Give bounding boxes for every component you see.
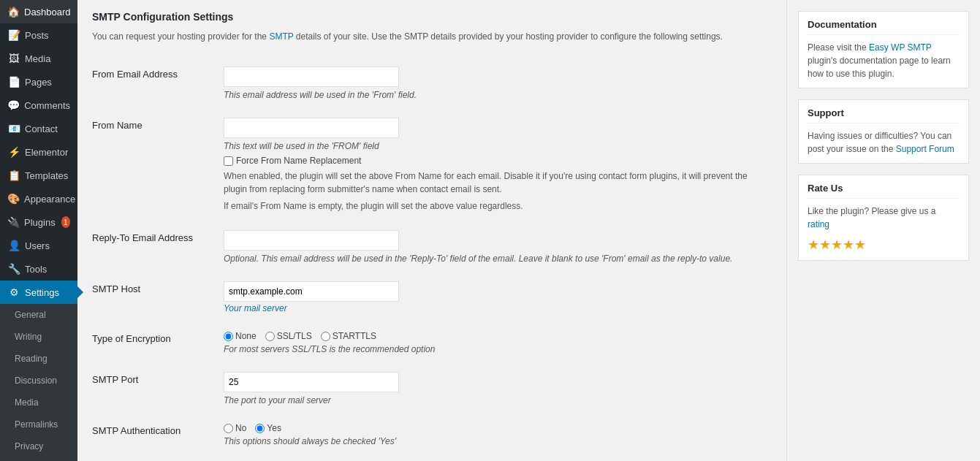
smtp-link[interactable]: SMTP — [269, 31, 293, 42]
sidebar-item-label: Templates — [25, 170, 68, 181]
rating-stars[interactable]: ★★★★★ — [808, 237, 960, 253]
smtp-form-table: From Email Address This email address wi… — [92, 58, 772, 461]
desc-smtp-host: Your mail server — [224, 303, 772, 313]
input-smtp-port[interactable] — [224, 372, 399, 392]
widget-rate-us-title: Rate Us — [808, 183, 960, 199]
row-smtp-port: SMTP Port The port to your mail server — [92, 363, 772, 414]
sidebar-item-settings[interactable]: ⚙ Settings — [0, 281, 77, 304]
submenu-item-reading[interactable]: Reading — [0, 348, 77, 370]
sidebar-item-comments[interactable]: 💬 Comments — [0, 94, 77, 117]
encryption-ssl-label[interactable]: SSL/TLS — [265, 331, 312, 341]
auth-yes-label[interactable]: Yes — [255, 423, 281, 433]
submenu-item-discussion[interactable]: Discussion — [0, 370, 77, 392]
submenu-item-media[interactable]: Media — [0, 392, 77, 414]
sidebar-item-label: Users — [25, 240, 50, 251]
sidebar-item-tools[interactable]: 🔧 Tools — [0, 257, 77, 281]
widget-documentation: Documentation Please visit the Easy WP S… — [798, 11, 969, 88]
submenu-label: Writing — [15, 332, 42, 342]
appearance-icon: 🎨 — [7, 193, 20, 205]
submenu-item-general[interactable]: General — [0, 304, 77, 326]
plugins-badge: 1 — [61, 216, 70, 228]
desc-smtp-auth: This options should always be checked 'Y… — [224, 436, 772, 446]
cell-reply-to: Optional. This email address will be use… — [224, 221, 772, 273]
sidebar-item-posts[interactable]: 📝 Posts — [0, 23, 77, 47]
encryption-none-radio[interactable] — [224, 332, 233, 341]
sidebar-item-appearance[interactable]: 🎨 Appearance — [0, 187, 77, 210]
encryption-none-label[interactable]: None — [224, 331, 257, 341]
auth-radio-group: No Yes — [224, 423, 772, 433]
label-encryption: Type of Encryption — [92, 322, 224, 363]
sidebar-item-dashboard[interactable]: 🏠 Dashboard — [0, 0, 77, 23]
input-reply-to[interactable] — [224, 230, 399, 251]
sidebar-item-media[interactable]: 🖼 Media — [0, 47, 77, 70]
sidebar-item-label: Contact — [25, 123, 58, 134]
sidebar-item-templates[interactable]: 📋 Templates — [0, 164, 77, 187]
sidebar-item-label: Appearance — [24, 194, 75, 205]
cell-from-name: This text will be used in the 'FROM' fie… — [224, 109, 772, 221]
tools-icon: 🔧 — [7, 263, 20, 275]
label-from-email: From Email Address — [92, 58, 224, 109]
desc-reply-to: Optional. This email address will be use… — [224, 254, 772, 264]
row-from-name: From Name This text will be used in the … — [92, 109, 772, 221]
page-title: SMTP Configuration Settings — [92, 11, 772, 23]
label-reply-to: Reply-To Email Address — [92, 221, 224, 273]
contact-icon: 📧 — [7, 123, 20, 134]
auth-yes-radio[interactable] — [255, 424, 265, 433]
widget-support: Support Having issues or difficulties? Y… — [798, 99, 969, 164]
submenu-label: Privacy — [15, 441, 43, 452]
encryption-ssl-radio[interactable] — [265, 332, 275, 341]
label-smtp-port: SMTP Port — [92, 363, 224, 414]
users-icon: 👤 — [7, 240, 20, 251]
cell-smtp-port: The port to your mail server — [224, 363, 772, 414]
support-forum-link[interactable]: Support Forum — [896, 144, 954, 154]
label-smtp-username: SMTP Username — [92, 455, 224, 461]
input-smtp-host[interactable] — [224, 281, 399, 302]
submenu-item-permalinks[interactable]: Permalinks — [0, 414, 77, 435]
auth-no-radio[interactable] — [224, 424, 233, 433]
widget-documentation-title: Documentation — [808, 19, 960, 35]
submenu-label: General — [15, 310, 46, 320]
desc-smtp-port: The port to your mail server — [224, 395, 772, 405]
encryption-ssl-text: SSL/TLS — [277, 331, 312, 341]
input-from-email[interactable] — [224, 66, 399, 87]
sidebar-item-label: Plugins — [24, 217, 56, 228]
sidebar-item-label: Comments — [24, 100, 70, 111]
sidebar-item-label: Dashboard — [24, 7, 71, 18]
encryption-starttls-label[interactable]: STARTTLS — [321, 331, 376, 341]
cell-smtp-host: Your mail server — [224, 273, 772, 322]
sidebar: 🏠 Dashboard 📝 Posts 🖼 Media 📄 Pages 💬 Co… — [0, 0, 77, 461]
rating-link[interactable]: rating — [808, 219, 829, 229]
desc-encryption: For most servers SSL/TLS is the recommen… — [224, 344, 772, 354]
submenu-item-privacy[interactable]: Privacy — [0, 435, 77, 457]
pages-icon: 📄 — [7, 76, 20, 88]
submenu-item-writing[interactable]: Writing — [0, 326, 77, 348]
force-from-name-checkbox[interactable] — [224, 156, 233, 166]
desc-from-name: This text will be used in the 'FROM' fie… — [224, 141, 772, 151]
force-from-name-label[interactable]: Force From Name Replacement — [224, 156, 772, 166]
sidebar-item-users[interactable]: 👤 Users — [0, 234, 77, 257]
sidebar-item-label: Media — [25, 53, 50, 64]
main-area: SMTP Configuration Settings You can requ… — [77, 0, 980, 461]
auth-no-label[interactable]: No — [224, 423, 246, 433]
sidebar-item-label: Settings — [25, 287, 59, 298]
row-encryption: Type of Encryption None SSL/TLS STARTTLS — [92, 322, 772, 363]
submenu-item-easy-wp-smtp[interactable]: Easy WP SMTP — [0, 457, 77, 461]
cell-encryption: None SSL/TLS STARTTLS For most servers S… — [224, 322, 772, 363]
sidebar-item-plugins[interactable]: 🔌 Plugins 1 — [0, 210, 77, 234]
settings-icon: ⚙ — [7, 286, 20, 298]
sidebar-item-elementor[interactable]: ⚡ Elementor — [0, 140, 77, 164]
plugins-icon: 🔌 — [7, 216, 20, 228]
widget-documentation-text: Please visit the Easy WP SMTP plugin's d… — [808, 41, 960, 80]
encryption-starttls-radio[interactable] — [321, 332, 330, 341]
sidebar-item-pages[interactable]: 📄 Pages — [0, 70, 77, 94]
sidebar-item-label: Posts — [25, 30, 49, 41]
cell-from-email: This email address will be used in the '… — [224, 58, 772, 109]
sidebar-item-label: Elementor — [25, 147, 68, 158]
posts-icon: 📝 — [7, 29, 20, 41]
label-smtp-host: SMTP Host — [92, 273, 224, 322]
easy-wp-smtp-doc-link[interactable]: Easy WP SMTP — [869, 42, 932, 53]
right-sidebar: Documentation Please visit the Easy WP S… — [786, 0, 980, 461]
sidebar-item-contact[interactable]: 📧 Contact — [0, 117, 77, 140]
input-from-name[interactable] — [224, 118, 399, 138]
templates-icon: 📋 — [7, 169, 20, 181]
